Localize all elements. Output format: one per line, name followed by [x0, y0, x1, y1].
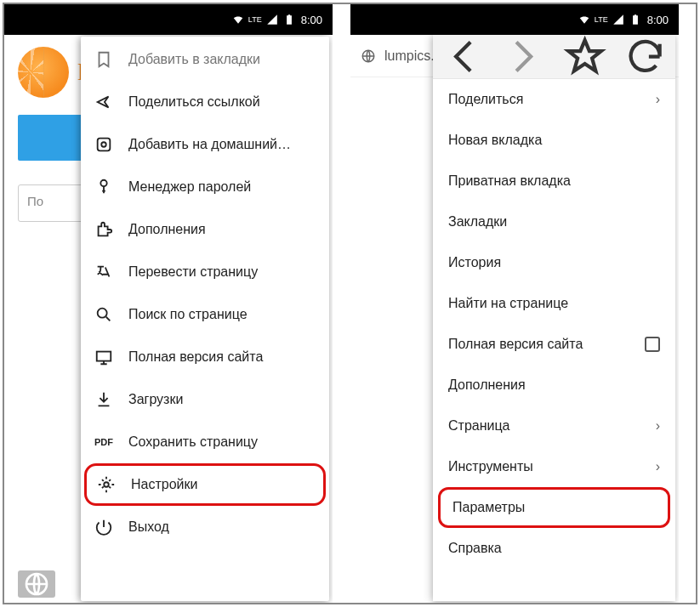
- menu-save-pdf[interactable]: PDF Сохранить страницу: [81, 421, 329, 463]
- menu-label: Добавить на домашний…: [128, 137, 291, 152]
- menu-parameters[interactable]: Параметры: [441, 490, 668, 525]
- translate-icon: [94, 263, 113, 281]
- menu-translate[interactable]: Перевести страницу: [81, 251, 329, 293]
- menu-tools[interactable]: Инструменты ›: [433, 446, 675, 487]
- nav-forward[interactable]: [493, 35, 554, 78]
- chevron-right-icon: ›: [656, 92, 660, 107]
- download-icon: [94, 390, 113, 409]
- menu-private-tab[interactable]: Приватная вкладка: [433, 161, 675, 201]
- svg-rect-1: [98, 139, 111, 151]
- menu-label: Параметры: [452, 500, 525, 515]
- svg-point-3: [100, 180, 106, 186]
- menu-addons[interactable]: Дополнения: [81, 208, 329, 251]
- menu-add-bookmark[interactable]: Добавить в закладки: [81, 38, 329, 81]
- menu-bookmarks[interactable]: Закладки: [433, 201, 675, 242]
- settings-highlight: Настройки: [84, 463, 326, 506]
- nav-bookmark[interactable]: [555, 35, 615, 78]
- menu-label: Полная версия сайта: [448, 337, 583, 352]
- power-icon: [94, 518, 113, 536]
- menu-label: Инструменты: [448, 459, 533, 474]
- status-bar: LTE 8:00: [350, 4, 679, 35]
- left-phone: LTE 8:00 lumpics.ru По: [4, 4, 333, 603]
- menu-label: Менеджер паролей: [128, 179, 251, 195]
- search-icon: [94, 305, 113, 324]
- puzzle-icon: [94, 220, 113, 239]
- checkbox-icon[interactable]: [645, 337, 660, 352]
- wifi-icon: [578, 14, 591, 26]
- menu-label: Поиск по странице: [128, 307, 248, 322]
- menu-label: Закладки: [448, 214, 507, 230]
- menu-label: Дополнения: [128, 222, 206, 237]
- lte-icon: LTE: [595, 16, 608, 24]
- url-text: lumpics.: [384, 48, 435, 64]
- menu-exit[interactable]: Выход: [81, 506, 329, 548]
- pdf-icon: PDF: [94, 433, 113, 451]
- menu-page[interactable]: Страница ›: [433, 406, 675, 446]
- right-phone: LTE 8:00 lumpics. Поделиться ›: [350, 4, 679, 603]
- menu-label: Загрузки: [128, 392, 183, 407]
- site-logo-icon: [18, 47, 69, 98]
- bookmark-icon: [94, 50, 113, 69]
- menu-add-home[interactable]: Добавить на домашний…: [81, 123, 329, 166]
- nav-reload[interactable]: [615, 35, 675, 78]
- home-screen-icon: [94, 135, 113, 154]
- menu-label: Справка: [448, 541, 502, 556]
- menu-label: История: [448, 255, 501, 270]
- menu-label: Поделиться: [448, 92, 523, 107]
- nav-back[interactable]: [433, 35, 493, 78]
- menu-label: Добавить в закладки: [128, 52, 260, 67]
- nav-toolbar: [433, 35, 675, 79]
- menu-help[interactable]: Справка: [433, 528, 675, 569]
- menu-desktop-site[interactable]: Полная версия сайта: [81, 336, 329, 378]
- gear-icon: [97, 475, 116, 494]
- menu-label: Найти на странице: [448, 296, 568, 311]
- menu-settings[interactable]: Настройки: [87, 466, 323, 503]
- menu-label: Выход: [128, 519, 169, 535]
- browser-menu: Добавить в закладки Поделиться ссылкой Д…: [81, 37, 329, 601]
- globe-button[interactable]: [18, 570, 55, 598]
- wifi-icon: [231, 14, 245, 26]
- browser-menu: Поделиться › Новая вкладка Приватная вкл…: [433, 35, 675, 601]
- menu-addons[interactable]: Дополнения: [433, 365, 675, 406]
- desktop-icon: [94, 348, 113, 366]
- battery-icon: [282, 14, 296, 26]
- menu-history[interactable]: История: [433, 242, 675, 283]
- lte-icon: LTE: [248, 16, 262, 24]
- menu-label: Полная версия сайта: [128, 349, 263, 365]
- menu-desktop-site[interactable]: Полная версия сайта: [433, 324, 675, 365]
- status-bar: LTE 8:00: [4, 4, 333, 35]
- share-icon: [94, 93, 113, 111]
- clock: 8:00: [647, 14, 669, 26]
- menu-label: Настройки: [131, 477, 197, 492]
- menu-label: Сохранить страницу: [128, 434, 258, 450]
- svg-point-6: [104, 482, 109, 487]
- chevron-right-icon: ›: [656, 418, 660, 434]
- menu-share[interactable]: Поделиться ›: [433, 79, 675, 120]
- menu-find[interactable]: Поиск по странице: [81, 293, 329, 336]
- menu-label: Дополнения: [448, 377, 526, 393]
- svg-point-4: [98, 309, 107, 318]
- signal-icon: [265, 14, 279, 26]
- signal-icon: [612, 14, 625, 26]
- svg-rect-5: [97, 352, 111, 361]
- menu-share-link[interactable]: Поделиться ссылкой: [81, 81, 329, 123]
- params-highlight: Параметры: [438, 487, 670, 528]
- chevron-right-icon: ›: [656, 459, 660, 474]
- menu-new-tab[interactable]: Новая вкладка: [433, 120, 675, 161]
- menu-find-on-page[interactable]: Найти на странице: [433, 283, 675, 324]
- key-icon: [94, 178, 113, 196]
- menu-label: Перевести страницу: [128, 264, 258, 280]
- globe-icon: [361, 48, 376, 64]
- menu-label: Страница: [448, 418, 510, 434]
- battery-icon: [629, 14, 642, 26]
- menu-passwords[interactable]: Менеджер паролей: [81, 166, 329, 208]
- menu-label: Приватная вкладка: [448, 173, 571, 189]
- menu-label: Поделиться ссылкой: [128, 94, 260, 110]
- clock: 8:00: [301, 14, 322, 26]
- svg-point-2: [101, 142, 106, 147]
- menu-label: Новая вкладка: [448, 133, 542, 148]
- menu-downloads[interactable]: Загрузки: [81, 378, 329, 421]
